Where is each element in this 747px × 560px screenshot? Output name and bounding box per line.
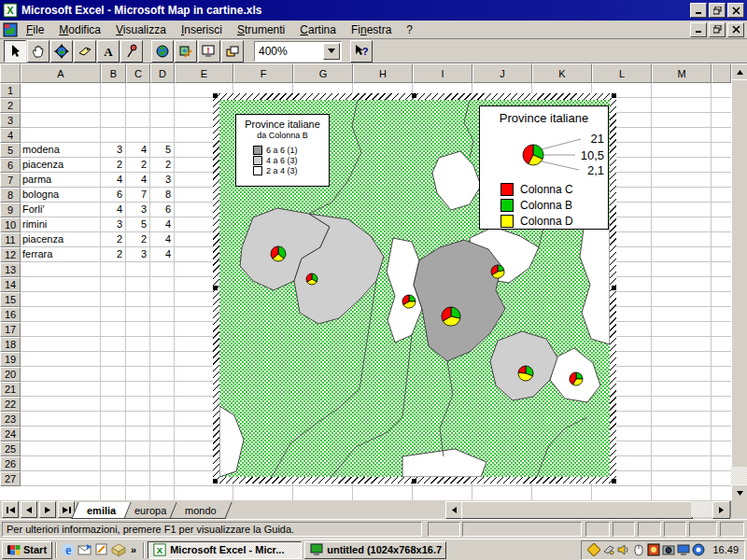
column-header-D[interactable]: D xyxy=(150,63,175,83)
map-refresh-icon[interactable]: ! xyxy=(198,40,220,63)
sheet-tab-emilia[interactable]: emilia xyxy=(71,502,131,519)
row-header-8[interactable]: 8 xyxy=(0,188,21,203)
cell-A11[interactable]: piacenza xyxy=(22,232,99,247)
cell-C11[interactable]: 2 xyxy=(126,232,147,247)
cell-B8[interactable]: 6 xyxy=(101,188,122,203)
cell-C6[interactable]: 2 xyxy=(126,158,147,173)
row-header-12[interactable]: 12 xyxy=(0,247,21,262)
cell-C10[interactable]: 5 xyxy=(126,217,147,232)
column-header-partial[interactable] xyxy=(712,63,731,83)
cell-A6[interactable]: piacenza xyxy=(22,158,99,173)
column-header-C[interactable]: C xyxy=(126,63,150,83)
vertical-scroll-track[interactable] xyxy=(731,467,747,484)
column-header-H[interactable]: H xyxy=(353,63,413,83)
row-header-6[interactable]: 6 xyxy=(0,158,21,173)
cell-A7[interactable]: parma xyxy=(22,173,99,188)
column-header-G[interactable]: G xyxy=(293,63,353,83)
pie-symbol-6[interactable] xyxy=(518,366,533,381)
row-header-4[interactable]: 4 xyxy=(0,128,21,143)
menu-item-strumenti[interactable]: Strumenti xyxy=(230,21,292,38)
cell-A10[interactable]: rimini xyxy=(22,217,99,232)
column-header-A[interactable]: A xyxy=(21,63,101,83)
menu-item-finestra[interactable]: Finestra xyxy=(344,21,399,38)
resize-handle[interactable] xyxy=(612,93,616,98)
sheet-tab-mondo[interactable]: mondo xyxy=(170,502,233,519)
menu-item-modifica[interactable]: Modifica xyxy=(51,21,108,38)
column-header-J[interactable]: J xyxy=(472,63,532,83)
vertical-scrollbar[interactable] xyxy=(731,63,747,500)
show-map-control-icon[interactable] xyxy=(221,40,244,63)
row-header-15[interactable]: 15 xyxy=(0,292,21,307)
column-header-B[interactable]: B xyxy=(101,63,126,83)
legend-sample-pie[interactable] xyxy=(523,145,543,165)
grabber-hand-icon[interactable] xyxy=(27,40,49,63)
pie-symbol-5[interactable] xyxy=(491,265,504,278)
cell-B11[interactable]: 2 xyxy=(101,232,122,247)
channels-icon[interactable] xyxy=(110,541,127,558)
row-header-2[interactable]: 2 xyxy=(0,98,21,113)
map-labels-icon[interactable] xyxy=(74,40,96,63)
resize-handle[interactable] xyxy=(612,479,616,483)
task-button-2[interactable]: untitled (1024x768x16.7 mi... xyxy=(304,541,446,559)
zoom-value[interactable]: 400% xyxy=(255,45,323,58)
display-entire-map-icon[interactable] xyxy=(151,40,174,63)
row-header-1[interactable]: 1 xyxy=(0,83,21,98)
close-icon[interactable] xyxy=(727,3,744,18)
cell-C7[interactable]: 4 xyxy=(126,173,147,188)
cell-B6[interactable]: 2 xyxy=(101,158,122,173)
column-header-E[interactable]: E xyxy=(175,63,233,83)
minimize-icon[interactable] xyxy=(690,3,707,18)
range-legend[interactable]: Province italiane da Colonna B 6 a 6 (1)… xyxy=(235,114,330,187)
tray-icon-scanner[interactable] xyxy=(602,543,615,556)
pie-symbol-4[interactable] xyxy=(442,307,460,326)
row-header-25[interactable]: 25 xyxy=(0,441,21,456)
row-header-14[interactable]: 14 xyxy=(0,277,21,292)
row-header-11[interactable]: 11 xyxy=(0,232,21,247)
first-sheet-icon[interactable] xyxy=(2,501,19,518)
column-header-L[interactable]: L xyxy=(592,63,652,83)
tray-icon-scheduler[interactable] xyxy=(587,543,600,556)
cell-D11[interactable]: 4 xyxy=(150,232,171,247)
cell-A12[interactable]: ferrara xyxy=(22,247,99,262)
cell-B10[interactable]: 3 xyxy=(101,217,122,232)
cell-B5[interactable]: 3 xyxy=(101,143,122,158)
row-header-24[interactable]: 24 xyxy=(0,427,21,441)
row-header-10[interactable]: 10 xyxy=(0,217,21,232)
pie-symbol-7[interactable] xyxy=(570,372,583,385)
center-map-icon[interactable] xyxy=(50,40,73,63)
menu-item-inserisci[interactable]: Inserisci xyxy=(174,21,230,38)
menu-item-?[interactable]: ? xyxy=(399,21,420,38)
zoom-combobox[interactable]: 400% xyxy=(254,41,342,62)
cell-D12[interactable]: 4 xyxy=(150,247,171,262)
cell-C12[interactable]: 3 xyxy=(126,247,147,262)
internet-explorer-icon[interactable]: e xyxy=(60,541,77,558)
doc-minimize-icon[interactable] xyxy=(690,22,707,37)
row-header-3[interactable]: 3 xyxy=(0,113,21,128)
resize-handle[interactable] xyxy=(412,479,416,483)
row-header-9[interactable]: 9 xyxy=(0,203,21,217)
tray-icon-volume[interactable] xyxy=(617,543,630,556)
cell-B7[interactable]: 4 xyxy=(101,173,122,188)
resize-handle[interactable] xyxy=(213,93,218,98)
cell-B9[interactable]: 4 xyxy=(101,203,122,217)
row-header-7[interactable]: 7 xyxy=(0,173,21,188)
quicklaunch-chevron[interactable]: » xyxy=(127,544,140,555)
cell-A5[interactable]: modena xyxy=(22,143,99,158)
hscroll-right-icon[interactable] xyxy=(712,501,730,519)
select-arrow-icon[interactable] xyxy=(4,40,26,63)
column-header-I[interactable]: I xyxy=(413,63,472,83)
cell-B12[interactable]: 2 xyxy=(101,247,122,262)
pie-symbol-2[interactable] xyxy=(306,273,317,285)
row-header-20[interactable]: 20 xyxy=(0,367,21,382)
cell-D10[interactable]: 4 xyxy=(150,217,171,232)
menu-item-visualizza[interactable]: Visualizza xyxy=(108,21,174,38)
cell-A8[interactable]: bologna xyxy=(22,188,99,203)
cell-D5[interactable]: 5 xyxy=(150,143,171,158)
row-header-17[interactable]: 17 xyxy=(0,322,21,337)
restore-icon[interactable] xyxy=(709,3,726,18)
vertical-scroll-thumb[interactable] xyxy=(731,79,747,469)
horizontal-scroll-track[interactable] xyxy=(691,501,712,517)
select-all-corner[interactable] xyxy=(0,63,21,83)
cell-D8[interactable]: 8 xyxy=(150,188,171,203)
row-header-23[interactable]: 23 xyxy=(0,412,21,427)
